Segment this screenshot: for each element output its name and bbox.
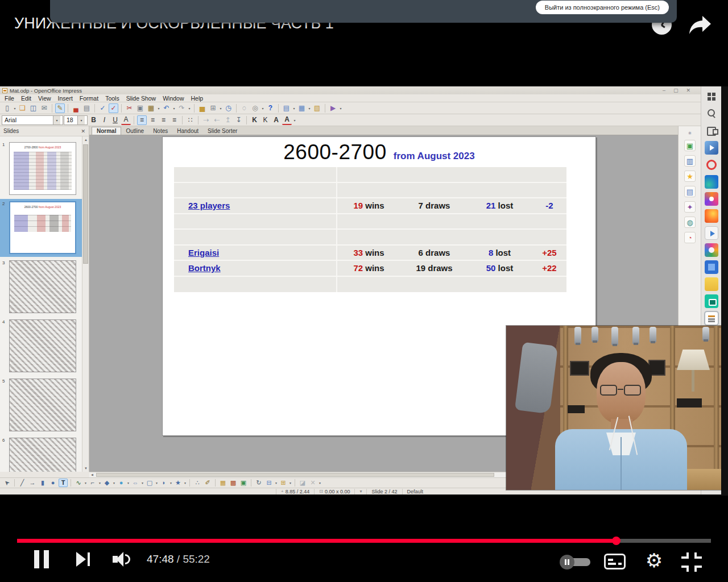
ellipse-icon: ● (48, 479, 57, 487)
character-icon: A (271, 115, 281, 125)
impress-titlebar: Mat.odp - OpenOffice Impress –▢✕ (0, 86, 701, 94)
slide-number: 5 (2, 379, 5, 384)
app-edge-icon (705, 175, 718, 189)
font-name-combo: Arial▾ (2, 115, 63, 125)
app-movies-icon (705, 141, 718, 155)
trophy (650, 327, 656, 342)
object-size: ⊡0.00 x 0.00 (314, 489, 354, 494)
size-icon: ⊡ (319, 489, 323, 494)
impress-window-controls: –▢✕ (663, 86, 698, 94)
impress-menubar: FileEditViewInsertFormatToolsSlide ShowW… (0, 94, 701, 102)
slide-number: 4 (2, 319, 5, 325)
align-right-icon: ≡ (159, 115, 168, 125)
pres-caret: ▾ (338, 106, 343, 110)
progress-bar[interactable] (17, 539, 711, 543)
table-row-blank (174, 167, 566, 183)
thumbnail-preview (9, 319, 76, 372)
settings-button[interactable]: ⚙ (643, 549, 665, 572)
menu-item-5: Tools (102, 94, 123, 102)
menu-item-0: File (1, 94, 18, 102)
next-button[interactable] (76, 552, 94, 567)
scrollbar-thumb (96, 473, 494, 477)
help-icon: ? (266, 103, 275, 113)
app-camera-icon (705, 294, 718, 308)
maximize-icon: ▢ (673, 86, 679, 94)
trophy (702, 327, 709, 340)
navigator-panel-icon: ◍ (684, 217, 696, 228)
callout-caret: ▾ (169, 481, 173, 485)
line-icon: ╱ (18, 479, 27, 487)
scroll-down-icon: ▼ (82, 465, 89, 472)
app-opera-icon (705, 158, 718, 172)
edit-points-icon: ∴ (193, 479, 202, 487)
cursor-position: +8.85 / 2.44 (276, 489, 314, 494)
chevron-down-icon: ▾ (77, 116, 85, 124)
email-icon: ✉ (39, 103, 49, 113)
sep1 (134, 116, 134, 124)
minimize-icon: – (663, 86, 665, 94)
sep4 (215, 479, 216, 487)
flow-caret: ▾ (155, 481, 159, 485)
thumbnail-preview (9, 379, 76, 431)
slides-panel-title: Slides (3, 128, 19, 134)
paste-caret: ▾ (156, 106, 161, 110)
new-document-icon: ▯ (2, 103, 12, 113)
shelf-items (677, 398, 702, 408)
slides-panel: Slides ✕ 1 2700-2800 from August 2023 2 (0, 126, 89, 472)
move-down-icon: ↧ (234, 115, 243, 125)
star-caret: ▾ (183, 481, 187, 485)
progress-fill (17, 539, 616, 543)
subtitles-button[interactable] (604, 554, 626, 569)
thumbnail-preview: 2600-2700 from August 2023 (9, 201, 76, 254)
sidebar-handle: ∗ (684, 130, 696, 136)
menu-item-2: View (35, 94, 55, 102)
rotate-icon: ↻ (254, 479, 263, 487)
view-tab-1: Outline (121, 127, 148, 135)
slide-number: 6 (2, 438, 5, 443)
glasses-bridge (618, 389, 623, 390)
exit-fullscreen-button[interactable]: Выйти из полноэкранного режима (Esc) (536, 1, 669, 14)
promote-icon: ⇠ (212, 115, 222, 125)
align-center-icon: ≡ (148, 115, 158, 125)
hanging-bag (515, 342, 558, 414)
volume-button[interactable] (111, 551, 132, 567)
sep7 (278, 104, 279, 113)
italic-icon: I (100, 115, 109, 125)
slide-template: Default (402, 489, 428, 494)
menu-item-8: Help (188, 94, 207, 102)
exit-fullscreen-icon-button[interactable] (681, 552, 702, 572)
curve-icon: ∿ (74, 479, 83, 487)
scroll-left-icon: ◀ (89, 472, 95, 477)
app-firefox-icon (705, 209, 718, 223)
lamp-pole (692, 370, 694, 392)
paste-icon: ▦ (146, 103, 156, 113)
impress-standard-toolbar: ▯▾❏◫✉✎▄▤✓✓✂▣▦▾↶▾↷▾▅⊞▾◷◌◎▾?▤▾▦▾▧▶▾ (0, 102, 701, 114)
sep5 (194, 104, 195, 113)
table-icon: ⊞ (208, 103, 218, 113)
app-photos-icon (705, 260, 718, 274)
align-caret: ▾ (274, 481, 278, 485)
custom-animation-icon: ✦ (684, 201, 696, 213)
media2-icon: ▣ (239, 479, 248, 487)
slide-thumbnail-2-selected: 2 2600-2700 from August 2023 (0, 199, 82, 257)
table-row-blank (174, 183, 566, 199)
move-up-icon: ↥ (223, 115, 233, 125)
clock-display-icon: ◷ (224, 103, 233, 113)
playhead[interactable] (612, 537, 621, 545)
slide-title: 2600-2700 (283, 140, 386, 164)
video-frame[interactable]: Mat.odp - OpenOffice Impress –▢✕ FileEdi… (0, 86, 728, 496)
edit-file-icon: ✎ (55, 103, 65, 113)
alignment-icon: ⊟ (264, 479, 274, 487)
share-button[interactable] (687, 14, 712, 36)
autoplay-toggle[interactable] (560, 555, 593, 569)
increase-font-icon: K (250, 115, 259, 125)
menu-item-4: Format (76, 94, 102, 102)
menu-item-7: Window (159, 94, 187, 102)
export-pdf-icon: ▄ (71, 103, 81, 113)
scrollbar-thumb (83, 144, 88, 264)
font-size-combo: 18▾ (64, 115, 88, 125)
pause-button[interactable] (33, 550, 52, 568)
font-color-icon: A (282, 115, 292, 125)
app-impress-icon (705, 311, 718, 325)
jacket-zipper (621, 437, 622, 490)
